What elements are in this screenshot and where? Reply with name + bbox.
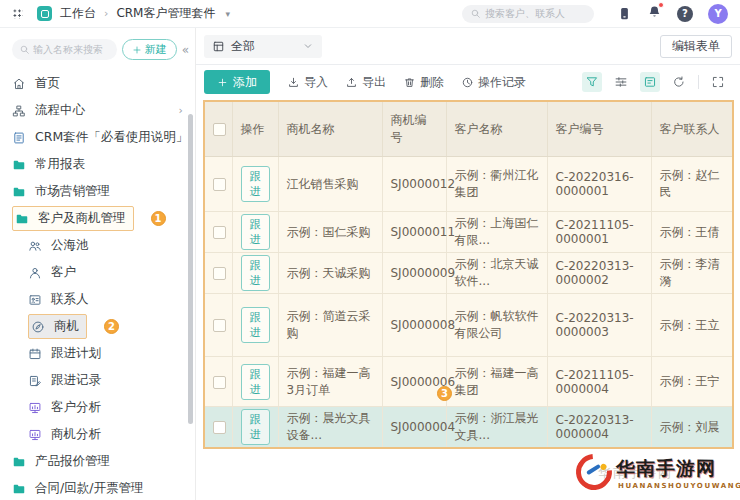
import-button[interactable]: 导入 — [287, 74, 328, 91]
sidebar-item-marketing-mgmt[interactable]: 市场营销管理 — [0, 178, 195, 205]
form-view-button[interactable] — [640, 72, 660, 92]
sidebar-item-home[interactable]: 首页 — [0, 70, 195, 97]
operation-log-button[interactable]: 操作记录 — [461, 74, 526, 91]
col-header-opportunity-name[interactable]: 商机名称 — [278, 102, 382, 157]
cell-opportunity-code: SJ0000009 — [382, 253, 446, 294]
refresh-button[interactable] — [669, 72, 689, 92]
row-checkbox[interactable] — [213, 319, 226, 332]
breadcrumb-workspace[interactable]: 工作台 — [60, 5, 96, 22]
col-header-customer-contact[interactable]: 客户联系人 — [651, 102, 732, 157]
follow-up-button[interactable]: 跟进 — [241, 364, 270, 400]
page-title[interactable]: CRM客户管理套件 — [116, 5, 215, 22]
follow-up-button[interactable]: 跟进 — [241, 166, 270, 202]
sidebar-search[interactable] — [12, 39, 117, 60]
sidebar-item-product-quotation-mgmt[interactable]: 产品报价管理 — [0, 448, 195, 475]
notifications-button[interactable] — [647, 4, 662, 23]
table-row-highlighted[interactable]: 跟进 示例：晨光文具设备... SJ0000004 示例：浙江晨光文具... C… — [205, 407, 732, 448]
cell-customer-code: C-20220313-0000004 — [547, 407, 651, 448]
follow-up-button[interactable]: 跟进 — [241, 307, 270, 343]
cell-customer-code: C-20211105-0000001 — [547, 212, 651, 253]
toolbar-right-icons — [582, 72, 732, 92]
annotation-highlight-box: 客户及商机管理 — [12, 206, 134, 231]
folder-icon — [12, 455, 26, 469]
topbar: 工作台 › CRM客户管理套件 ▾ ? Y — [0, 0, 740, 28]
expand-icon — [711, 75, 725, 89]
sidebar-item-followup-records[interactable]: 跟进记录 — [0, 367, 195, 394]
col-header-customer-name[interactable]: 客户名称 — [446, 102, 547, 157]
edit-form-button[interactable]: 编辑表单 — [660, 35, 732, 58]
app-grid-icon[interactable] — [12, 8, 23, 19]
watermark-subtitle: HUANANSHOUYOUWANG — [618, 482, 740, 490]
sidebar-item-customer-opportunity-mgmt[interactable]: 客户及商机管理 1 — [0, 205, 195, 232]
plus-icon — [132, 45, 142, 55]
row-checkbox[interactable] — [213, 267, 226, 280]
main-content: 全部 编辑表单 添加 导入 导出 — [196, 28, 740, 500]
cell-customer-code: C-20220316-0000001 — [547, 157, 651, 212]
follow-up-button[interactable]: 跟进 — [241, 214, 270, 250]
delete-button[interactable]: 删除 — [403, 74, 444, 91]
column-settings-icon — [614, 75, 628, 89]
col-header-action[interactable]: 操作 — [232, 102, 278, 157]
sidebar-item-opportunity-analysis[interactable]: 商机分析 — [0, 421, 195, 448]
col-header-opportunity-code[interactable]: 商机编号 — [382, 102, 446, 157]
chevron-right-icon: › — [179, 104, 183, 117]
cell-opportunity-code: SJ0000012 — [382, 157, 446, 212]
folder-icon — [12, 482, 26, 496]
watermark-logo — [569, 447, 620, 498]
fullscreen-button[interactable] — [708, 72, 728, 92]
sidebar-header: 新建 « — [0, 28, 195, 70]
add-button[interactable]: 添加 — [204, 70, 270, 94]
chart-icon — [28, 428, 42, 442]
sidebar-item-common-reports[interactable]: 常用报表 — [0, 151, 195, 178]
help-button[interactable]: ? — [677, 6, 693, 22]
sidebar-item-crm-guide[interactable]: CRM套件「必看使用说明」 — [0, 124, 195, 151]
table-row[interactable]: 跟进 示例：福建一高3月订单 SJ0000006 示例：福建一高集团 C-202… — [205, 357, 732, 407]
mobile-app-icon[interactable] — [617, 6, 632, 21]
chevron-down-icon — [302, 40, 314, 52]
sidebar-item-contract-payment-invoice-mgmt[interactable]: 合同/回款/开票管理 — [0, 475, 195, 500]
export-button[interactable]: 导出 — [345, 74, 386, 91]
sidebar-item-customers[interactable]: 客户 — [0, 259, 195, 286]
trash-icon — [403, 76, 416, 89]
cell-opportunity-name: 江化销售采购 — [278, 157, 382, 212]
table-row[interactable]: 跟进 示例：天诚采购 SJ0000009 示例：北京天诚软件... C-2022… — [205, 253, 732, 294]
sidebar-search-input[interactable] — [33, 44, 110, 55]
row-checkbox[interactable] — [213, 226, 226, 239]
col-header-customer-code[interactable]: 客户编号 — [547, 102, 651, 157]
sidebar-item-opportunities[interactable]: 商机 2 — [0, 313, 195, 340]
table-row[interactable]: 跟进 示例：简道云采购 SJ0000008 示例：帆软软件有限公司 C-2022… — [205, 294, 732, 357]
new-button[interactable]: 新建 — [122, 39, 177, 60]
refresh-icon — [672, 75, 686, 89]
row-checkbox[interactable] — [213, 376, 226, 389]
sidebar-item-process-center[interactable]: 流程中心 › — [0, 97, 195, 124]
contact-card-icon — [28, 293, 42, 307]
user-avatar[interactable]: Y — [708, 4, 728, 24]
global-search-input[interactable] — [485, 8, 586, 19]
export-icon — [345, 76, 358, 89]
row-checkbox[interactable] — [213, 178, 226, 191]
sidebar-scrollbar[interactable] — [188, 114, 193, 424]
table-row[interactable]: 跟进 江化销售采购 SJ0000012 示例：衢州江化集团 C-20220316… — [205, 157, 732, 212]
collapse-sidebar-icon[interactable]: « — [182, 43, 189, 57]
column-settings-button[interactable] — [611, 72, 631, 92]
view-selector[interactable]: 全部 — [204, 35, 322, 58]
user-icon — [28, 266, 42, 280]
sidebar-item-contacts[interactable]: 联系人 — [0, 286, 195, 313]
doc-icon — [12, 131, 26, 145]
sidebar-item-public-pool[interactable]: 公海池 — [0, 232, 195, 259]
cell-customer-contact: 示例：王宁 — [651, 357, 732, 407]
filter-button[interactable] — [582, 72, 602, 92]
cell-customer-name: 示例：上海国仁有限... — [446, 212, 547, 253]
sidebar-item-customer-analysis[interactable]: 客户分析 — [0, 394, 195, 421]
row-checkbox[interactable] — [213, 421, 226, 434]
follow-up-button[interactable]: 跟进 — [241, 255, 270, 291]
follow-up-button[interactable]: 跟进 — [241, 409, 270, 445]
table-row[interactable]: 跟进 示例：国仁采购 SJ0000011 示例：上海国仁有限... C-2021… — [205, 212, 732, 253]
select-all-checkbox[interactable] — [213, 123, 226, 136]
sidebar-item-followup-plan[interactable]: 跟进计划 — [0, 340, 195, 367]
folder-icon — [12, 185, 26, 199]
global-search[interactable] — [462, 5, 594, 23]
search-icon — [470, 8, 481, 19]
title-caret-icon[interactable]: ▾ — [225, 9, 230, 19]
chart-icon — [28, 401, 42, 415]
